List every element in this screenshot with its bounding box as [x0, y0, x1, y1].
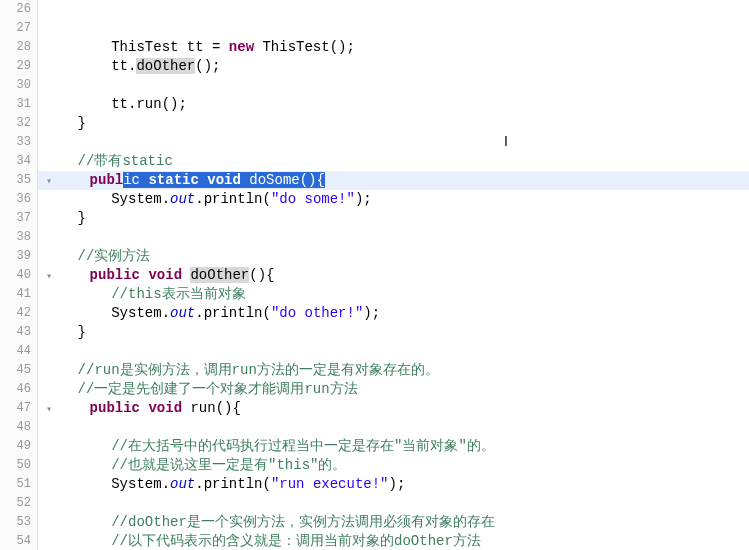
code-line[interactable]: ▾ public void doOther(){: [38, 266, 749, 285]
code-line[interactable]: //以下代码表示的含义就是：调用当前对象的doOther方法: [38, 532, 749, 550]
line-number: 52: [0, 494, 31, 513]
line-number: 49: [0, 437, 31, 456]
line-number: 47: [0, 399, 31, 418]
code-line[interactable]: //this表示当前对象: [38, 285, 749, 304]
fold-toggle-icon[interactable]: ▾: [44, 172, 54, 191]
code-line[interactable]: [38, 76, 749, 95]
line-number: 44: [0, 342, 31, 361]
line-number: 27: [0, 19, 31, 38]
code-line[interactable]: tt.run();: [38, 95, 749, 114]
code-line[interactable]: ThisTest tt = new ThisTest();: [38, 38, 749, 57]
line-number: 45: [0, 361, 31, 380]
code-line[interactable]: [38, 494, 749, 513]
code-line[interactable]: //一定是先创建了一个对象才能调用run方法: [38, 380, 749, 399]
code-line[interactable]: }: [38, 209, 749, 228]
code-line[interactable]: [38, 228, 749, 247]
line-number: 43: [0, 323, 31, 342]
line-number: 53: [0, 513, 31, 532]
line-number: 28: [0, 38, 31, 57]
code-line[interactable]: System.out.println("do some!");: [38, 190, 749, 209]
line-number: 26: [0, 0, 31, 19]
line-number: 46: [0, 380, 31, 399]
code-line[interactable]: //带有static: [38, 152, 749, 171]
code-line[interactable]: System.out.println("do other!");: [38, 304, 749, 323]
line-number: 34: [0, 152, 31, 171]
code-line[interactable]: //在大括号中的代码执行过程当中一定是存在"当前对象"的。: [38, 437, 749, 456]
line-number: 31: [0, 95, 31, 114]
line-number: 37: [0, 209, 31, 228]
code-line[interactable]: //实例方法: [38, 247, 749, 266]
line-number: 40: [0, 266, 31, 285]
line-number: 38: [0, 228, 31, 247]
line-number: 35: [0, 171, 31, 190]
code-line[interactable]: System.out.println("run execute!");: [38, 475, 749, 494]
line-number: 29: [0, 57, 31, 76]
text-selection: ic: [123, 172, 140, 188]
code-line[interactable]: tt.doOther();: [38, 57, 749, 76]
code-line[interactable]: //也就是说这里一定是有"this"的。: [38, 456, 749, 475]
line-number: 36: [0, 190, 31, 209]
code-line[interactable]: //run是实例方法，调用run方法的一定是有对象存在的。: [38, 361, 749, 380]
line-number: 48: [0, 418, 31, 437]
line-number: 50: [0, 456, 31, 475]
code-line[interactable]: ▾ public void run(){: [38, 399, 749, 418]
line-number: 51: [0, 475, 31, 494]
code-line[interactable]: }: [38, 114, 749, 133]
line-number-gutter: 2627282930313233343536373839404142434445…: [0, 0, 38, 550]
code-line[interactable]: [38, 418, 749, 437]
line-number: 32: [0, 114, 31, 133]
code-line[interactable]: [38, 133, 749, 152]
line-number: 30: [0, 76, 31, 95]
line-number: 54: [0, 532, 31, 550]
line-number: 41: [0, 285, 31, 304]
code-line[interactable]: //doOther是一个实例方法，实例方法调用必须有对象的存在: [38, 513, 749, 532]
code-editor[interactable]: I ThisTest tt = new ThisTest(); tt.doOth…: [38, 0, 749, 550]
code-line[interactable]: ▾ public static void doSome(){: [38, 171, 749, 190]
line-number: 42: [0, 304, 31, 323]
fold-toggle-icon[interactable]: ▾: [44, 400, 54, 419]
fold-toggle-icon[interactable]: ▾: [44, 267, 54, 286]
code-line[interactable]: }: [38, 323, 749, 342]
line-number: 39: [0, 247, 31, 266]
line-number: 33: [0, 133, 31, 152]
code-line[interactable]: [38, 342, 749, 361]
